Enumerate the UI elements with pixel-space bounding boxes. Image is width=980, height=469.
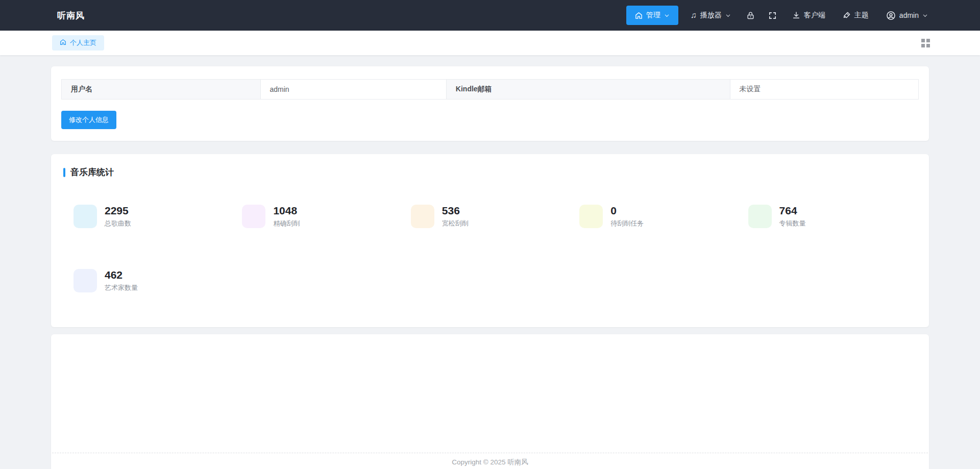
navbar-menu: 管理 ♫ 播放器 客户端 xyxy=(626,6,933,25)
fullscreen-icon xyxy=(768,11,777,20)
stat-label: 待刮削任务 xyxy=(610,219,644,228)
stat-label: 精确刮削 xyxy=(273,219,300,228)
stat-icon xyxy=(748,205,772,228)
main-content: 用户名 admin Kindle邮箱 未设置 修改个人信息 音乐库统计 2295… xyxy=(0,55,980,469)
stat-icon xyxy=(579,205,603,228)
stat-loose-scraped: 536 宽松刮削 xyxy=(411,205,579,228)
home-icon xyxy=(60,39,66,47)
title-accent-bar xyxy=(63,168,65,177)
kindle-email-value: 未设置 xyxy=(730,80,918,100)
app-brand[interactable]: 听南风 xyxy=(57,10,85,21)
avatar-icon xyxy=(886,11,896,20)
stat-value: 0 xyxy=(610,205,644,217)
stat-icon xyxy=(74,205,97,228)
stat-value: 764 xyxy=(779,205,806,217)
stat-artist-count: 462 艺术家数量 xyxy=(74,269,242,292)
nav-manage-label: 管理 xyxy=(646,11,660,20)
stat-total-songs: 2295 总歌曲数 xyxy=(74,205,242,228)
kindle-email-label: Kindle邮箱 xyxy=(446,80,730,100)
footer-card: Copyright © 2025 听南风 xyxy=(51,334,929,469)
stat-value: 2295 xyxy=(105,205,131,217)
stats-grid: 2295 总歌曲数 1048 精确刮削 536 宽松刮削 0 待刮削任务 xyxy=(63,205,917,292)
profile-descriptions-table: 用户名 admin Kindle邮箱 未设置 xyxy=(61,79,919,100)
stat-icon xyxy=(411,205,434,228)
stat-label: 总歌曲数 xyxy=(105,219,131,228)
stat-value: 462 xyxy=(105,269,138,281)
copyright-text: Copyright © 2025 听南风 xyxy=(52,458,928,467)
stat-icon xyxy=(242,205,265,228)
fullscreen-button[interactable] xyxy=(765,7,780,24)
stat-pending-tasks: 0 待刮削任务 xyxy=(579,205,748,228)
home-icon xyxy=(635,12,643,19)
stat-label: 艺术家数量 xyxy=(105,283,138,292)
apps-grid-icon[interactable] xyxy=(921,39,930,47)
chevron-down-icon xyxy=(922,13,928,18)
stats-title: 音乐库统计 xyxy=(63,166,917,178)
page-footer: Copyright © 2025 听南风 xyxy=(52,453,928,469)
download-icon xyxy=(792,11,800,19)
nav-theme-button[interactable]: 主题 xyxy=(838,6,874,24)
nav-client-button[interactable]: 客户端 xyxy=(787,6,830,24)
tab-bar: 个人主页 xyxy=(0,31,980,55)
stat-value: 536 xyxy=(442,205,469,217)
stat-exact-scraped: 1048 精确刮削 xyxy=(242,205,410,228)
lock-button[interactable] xyxy=(743,7,758,24)
brush-icon xyxy=(843,11,851,19)
nav-client-label: 客户端 xyxy=(804,11,825,20)
tab-profile-home[interactable]: 个人主页 xyxy=(52,35,104,51)
username-value: admin xyxy=(260,80,446,100)
stat-value: 1048 xyxy=(273,205,300,217)
nav-theme-label: 主题 xyxy=(854,11,869,20)
stat-label: 专辑数量 xyxy=(779,219,806,228)
username-label: 用户名 xyxy=(62,80,261,100)
user-menu-button[interactable]: admin xyxy=(881,6,933,25)
nav-player-label: 播放器 xyxy=(700,11,722,20)
stat-icon xyxy=(74,269,97,292)
top-navbar: 听南风 管理 ♫ 播放器 xyxy=(0,0,980,31)
stats-title-text: 音乐库统计 xyxy=(70,166,114,178)
stat-album-count: 764 专辑数量 xyxy=(748,205,917,228)
lock-icon xyxy=(746,11,755,20)
music-note-icon: ♫ xyxy=(691,11,697,19)
profile-card: 用户名 admin Kindle邮箱 未设置 修改个人信息 xyxy=(51,66,929,141)
nav-manage-button[interactable]: 管理 xyxy=(626,6,678,25)
user-name-label: admin xyxy=(899,11,919,19)
stat-label: 宽松刮削 xyxy=(442,219,469,228)
table-row: 用户名 admin Kindle邮箱 未设置 xyxy=(62,80,919,100)
music-stats-card: 音乐库统计 2295 总歌曲数 1048 精确刮削 536 宽松刮削 xyxy=(51,154,929,327)
chevron-down-icon xyxy=(725,13,731,18)
nav-player-button[interactable]: ♫ 播放器 xyxy=(685,6,736,24)
tab-profile-label: 个人主页 xyxy=(70,38,96,47)
edit-profile-button[interactable]: 修改个人信息 xyxy=(61,111,116,129)
chevron-down-icon xyxy=(664,13,670,18)
